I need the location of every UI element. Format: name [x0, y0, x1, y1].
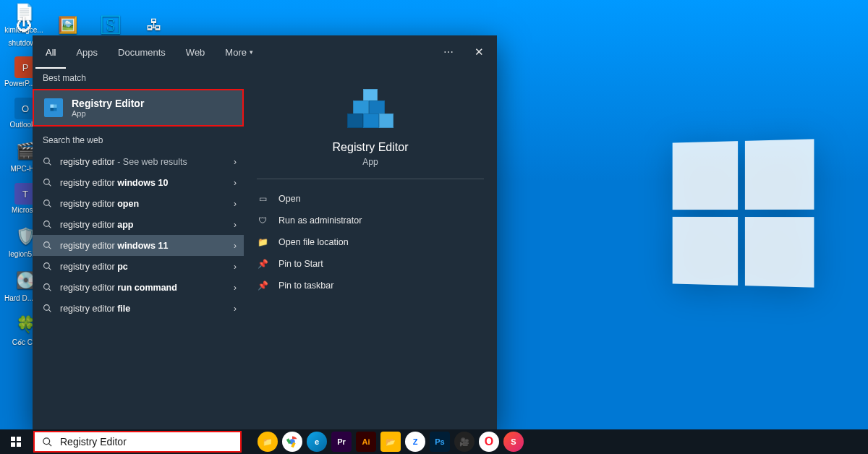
action-label: Pin to taskbar — [278, 280, 333, 291]
tab-apps[interactable]: Apps — [66, 35, 108, 69]
svg-point-8 — [44, 200, 50, 206]
svg-rect-2 — [51, 108, 54, 111]
suggestion-text: registry editor app — [60, 220, 226, 230]
taskbar-icon-snagit[interactable]: S — [503, 432, 524, 452]
chevron-down-icon: ▾ — [250, 48, 253, 56]
search-icon — [43, 304, 53, 313]
suggestion-text: registry editor open — [60, 199, 226, 209]
svg-rect-3 — [54, 108, 57, 111]
search-icon — [43, 262, 53, 271]
results-list: Best match Registry Editor App Search th… — [33, 69, 244, 429]
web-suggestion[interactable]: registry editor run command› — [33, 277, 244, 298]
start-button[interactable] — [0, 429, 32, 454]
preview-action[interactable]: ▭Open — [257, 188, 484, 210]
svg-point-14 — [44, 263, 50, 269]
svg-point-20 — [43, 437, 50, 444]
suggestion-text: registry editor file — [60, 304, 226, 314]
action-label: Pin to Start — [278, 259, 323, 269]
taskbar-icon-folder2[interactable]: 📂 — [380, 432, 401, 452]
taskbar-icon-photoshop[interactable]: Ps — [430, 432, 450, 452]
preview-title: Registry Editor — [333, 141, 409, 154]
web-suggestion[interactable]: registry editor - See web results› — [33, 151, 244, 172]
tab-all[interactable]: All — [35, 35, 66, 69]
taskbar-icon-chrome[interactable] — [282, 432, 302, 452]
tab-web[interactable]: Web — [176, 35, 216, 69]
suggestion-text: registry editor windows 10 — [60, 178, 226, 188]
svg-point-18 — [44, 305, 50, 311]
taskbar-icon-camtasia[interactable]: 🎥 — [454, 432, 475, 452]
regedit-icon — [44, 98, 63, 117]
preview-subtitle: App — [362, 157, 378, 167]
svg-line-13 — [48, 247, 51, 249]
svg-line-19 — [48, 309, 51, 312]
search-icon — [43, 178, 53, 187]
chevron-right-icon: › — [234, 157, 237, 167]
more-options-icon[interactable]: ⋯ — [435, 46, 464, 58]
taskbar-icon-illustrator[interactable]: Ai — [356, 432, 376, 452]
search-icon — [43, 157, 53, 166]
section-web: Search the web — [33, 131, 244, 151]
web-suggestion[interactable]: registry editor file› — [33, 298, 244, 319]
search-icon — [43, 241, 53, 250]
best-match-result[interactable]: Registry Editor App — [33, 89, 244, 127]
preview-action[interactable]: 🛡Run as administrator — [257, 210, 484, 231]
chevron-right-icon: › — [234, 178, 237, 188]
taskbar-search-box[interactable] — [33, 431, 242, 453]
svg-rect-1 — [54, 105, 57, 108]
svg-rect-0 — [51, 105, 54, 108]
chevron-right-icon: › — [234, 304, 237, 314]
action-icon: 🛡 — [257, 215, 268, 226]
preview-action[interactable]: 📌Pin to Start — [257, 253, 484, 275]
suggestion-text: registry editor pc — [60, 262, 226, 272]
svg-point-12 — [44, 242, 50, 248]
regedit-large-icon — [347, 89, 393, 131]
taskbar-icon-edge[interactable]: e — [307, 432, 327, 452]
svg-line-17 — [48, 288, 51, 291]
action-icon: ▭ — [257, 194, 268, 204]
web-suggestion[interactable]: registry editor app› — [33, 214, 244, 235]
search-icon — [43, 199, 53, 208]
svg-point-10 — [44, 221, 50, 227]
search-tabs: All Apps Documents Web More▾ ⋯ ✕ — [33, 35, 497, 69]
svg-line-5 — [48, 163, 51, 165]
svg-point-16 — [44, 284, 50, 290]
preview-action[interactable]: 📁Open file location — [257, 231, 484, 253]
action-icon: 📁 — [257, 237, 268, 247]
search-input[interactable] — [60, 436, 233, 447]
web-suggestion[interactable]: registry editor windows 11› — [33, 235, 244, 256]
svg-point-4 — [44, 158, 50, 164]
taskbar-icon-opera[interactable]: O — [479, 432, 499, 452]
search-panel: All Apps Documents Web More▾ ⋯ ✕ Best ma… — [33, 35, 497, 429]
taskbar-pinned-apps: 📁 e Pr Ai 📂 Z Ps 🎥 O S — [258, 432, 524, 452]
taskbar-icon-zalo[interactable]: Z — [405, 432, 425, 452]
action-label: Run as administrator — [278, 215, 362, 226]
svg-line-11 — [48, 226, 51, 228]
taskbar-icon-explorer[interactable]: 📁 — [258, 432, 278, 452]
preview-pane: Registry Editor App ▭Open🛡Run as adminis… — [244, 69, 497, 429]
taskbar: 📁 e Pr Ai 📂 Z Ps 🎥 O S — [0, 429, 868, 454]
close-icon[interactable]: ✕ — [464, 37, 494, 67]
action-icon: 📌 — [257, 280, 268, 291]
section-best-match: Best match — [33, 69, 244, 89]
search-icon — [43, 283, 53, 292]
chevron-right-icon: › — [234, 241, 237, 251]
preview-action[interactable]: 📌Pin to taskbar — [257, 275, 484, 296]
web-suggestion[interactable]: registry editor pc› — [33, 256, 244, 277]
web-suggestion[interactable]: registry editor windows 10› — [33, 172, 244, 193]
suggestion-text: registry editor run command — [60, 283, 226, 293]
search-icon — [42, 437, 53, 447]
taskbar-icon-premiere[interactable]: Pr — [331, 432, 352, 452]
svg-point-6 — [44, 179, 50, 185]
suggestion-text: registry editor windows 11 — [60, 241, 226, 251]
action-label: Open file location — [278, 237, 349, 247]
web-suggestion[interactable]: registry editor open› — [33, 193, 244, 214]
chevron-right-icon: › — [234, 199, 237, 209]
windows-wallpaper-logo — [673, 139, 814, 287]
tab-documents[interactable]: Documents — [108, 35, 176, 69]
chevron-right-icon: › — [234, 262, 237, 272]
action-icon: 📌 — [257, 259, 268, 269]
chevron-right-icon: › — [234, 220, 237, 230]
search-icon — [43, 220, 53, 229]
suggestion-text: registry editor - See web results — [60, 157, 226, 167]
tab-more[interactable]: More▾ — [215, 35, 263, 69]
